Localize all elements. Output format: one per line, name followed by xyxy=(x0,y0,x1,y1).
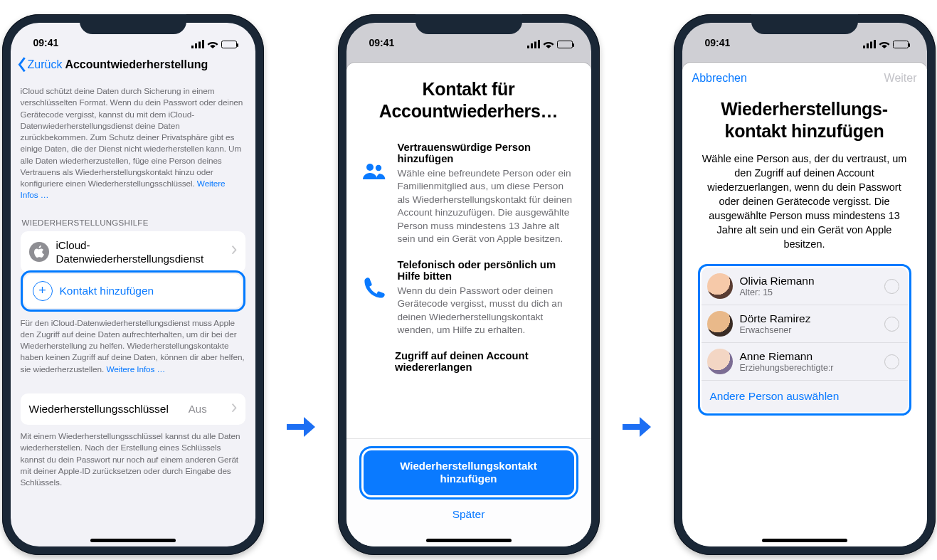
avatar xyxy=(707,349,733,374)
home-indicator[interactable] xyxy=(426,539,512,542)
feature-trusted-person: Vertrauenswürdige Person hinzufügen Wähl… xyxy=(362,142,576,246)
svg-rect-13 xyxy=(874,40,876,48)
signal-icon xyxy=(863,40,876,48)
plus-icon: + xyxy=(33,281,53,301)
back-label: Zurück xyxy=(28,58,63,71)
later-button[interactable]: Später xyxy=(359,508,578,521)
avatar xyxy=(707,273,733,299)
phone-3: 09:41 Abbrechen Weiter Wiederherstellung… xyxy=(674,14,936,555)
highlight-ring: Wiederherstellungskontakt hinzufügen xyxy=(359,446,578,500)
contact-row[interactable]: Olivia Riemann Alter: 15 xyxy=(702,268,908,305)
screen-3: 09:41 Abbrechen Weiter Wiederherstellung… xyxy=(682,23,927,546)
arrow-icon xyxy=(285,411,317,443)
feature-regain-access: Zugriff auf deinen Account wiedererlange… xyxy=(362,350,576,376)
contact-list: Olivia Riemann Alter: 15 Dörte Ramirez E… xyxy=(702,268,908,412)
contact-sub: Alter: 15 xyxy=(740,287,815,297)
choose-other-row[interactable]: Andere Person auswählen xyxy=(702,380,908,412)
svg-rect-3 xyxy=(202,40,204,48)
modal-footer: Wiederherstellungskontakt hinzufügen Spä… xyxy=(346,438,591,547)
battery-icon xyxy=(557,41,573,48)
desc-3: Mit einem Wiederherstellungsschlüssel ka… xyxy=(21,430,245,488)
learn-more-link-2[interactable]: Weitere Infos … xyxy=(106,364,165,374)
status-icons xyxy=(863,40,909,48)
battery-icon xyxy=(893,41,909,48)
notch xyxy=(751,14,858,34)
svg-rect-2 xyxy=(198,42,201,49)
feature-title: Vertrauenswürdige Person hinzufügen xyxy=(398,142,576,164)
status-icons xyxy=(527,40,573,48)
screen-2: 09:41 Kontakt für Accountwiederhers… xyxy=(346,23,591,546)
notch xyxy=(415,14,522,34)
content: iCloud schützt deine Daten durch Sicheru… xyxy=(11,81,255,488)
modal-title: Wiederherstellungs- kontakt hinzufügen xyxy=(698,98,911,142)
contact-row[interactable]: Dörte Ramirez Erwachsener xyxy=(702,305,908,342)
signal-icon xyxy=(527,40,540,48)
home-indicator[interactable] xyxy=(762,539,847,542)
radio-unselected[interactable] xyxy=(884,354,899,369)
svg-rect-6 xyxy=(534,42,536,49)
contact-row[interactable]: Anne Riemann Erziehungsberechtigte:r xyxy=(702,342,908,380)
intro-text: iCloud schützt deine Daten durch Sicheru… xyxy=(21,85,245,201)
svg-rect-5 xyxy=(531,43,533,48)
nav-title: Accountwiederherstellung xyxy=(65,58,208,71)
svg-rect-1 xyxy=(195,43,197,48)
status-icons xyxy=(191,40,237,48)
modal-sheet: Abbrechen Weiter Wiederherstellungs- kon… xyxy=(682,63,927,546)
contact-sub: Erwachsener xyxy=(740,325,811,335)
radio-unselected[interactable] xyxy=(884,279,899,294)
add-contact-label: Kontakt hinzufügen xyxy=(60,285,154,297)
chevron-left-icon xyxy=(18,57,26,73)
add-recovery-contact-button[interactable]: Wiederherstellungskontakt hinzufügen xyxy=(364,450,574,496)
screen-1: 09:41 Zurück Accountwiederherstellung iC… xyxy=(11,23,255,546)
nav-bar: Zurück Accountwiederherstellung xyxy=(11,48,255,81)
modal-sheet: Kontakt für Accountwiederhers… Vertrauen… xyxy=(346,63,591,546)
desc-2: Für den iCloud-Datenwiederherstellungsdi… xyxy=(21,317,245,375)
add-contact-cell[interactable]: + Kontakt hinzufügen xyxy=(24,274,242,308)
feature-title: Zugriff auf deinen Account wiedererlange… xyxy=(395,350,576,373)
phone-2: 09:41 Kontakt für Accountwiederhers… xyxy=(338,14,600,555)
svg-rect-11 xyxy=(867,43,869,48)
signal-icon xyxy=(191,40,204,48)
feature-body: Wenn du dein Passwort oder deinen Geräte… xyxy=(398,285,576,337)
recovery-key-value: Aus xyxy=(189,403,207,415)
group-header: WIEDERHERSTELLUNGSHILFE xyxy=(22,218,245,227)
cancel-button[interactable]: Abbrechen xyxy=(692,72,747,85)
next-button[interactable]: Weiter xyxy=(884,72,917,85)
people-icon xyxy=(362,142,386,246)
notch xyxy=(80,14,186,34)
recovery-key-label: Wiederherstellungsschlüssel xyxy=(29,403,169,416)
key-icon xyxy=(362,350,383,376)
modal-title: Kontakt für Accountwiederhers… xyxy=(362,78,576,122)
avatar xyxy=(707,311,733,337)
recovery-help-group: iCloud-Datenwiederherstellungsdienst xyxy=(21,231,245,273)
svg-rect-12 xyxy=(870,42,872,49)
contact-name: Dörte Ramirez xyxy=(740,312,811,325)
phone-1: 09:41 Zurück Accountwiederherstellung iC… xyxy=(2,14,264,555)
contact-name: Anne Riemann xyxy=(740,350,834,363)
recovery-key-group: Wiederherstellungsschlüssel Aus xyxy=(21,393,245,425)
status-time: 09:41 xyxy=(705,37,731,48)
wifi-icon xyxy=(543,40,554,48)
modal-nav: Abbrechen Weiter xyxy=(682,63,927,94)
feature-phone-help: Telefonisch oder persönlich um Hilfe bit… xyxy=(362,259,576,337)
back-button[interactable]: Zurück xyxy=(18,57,63,73)
svg-point-8 xyxy=(366,164,374,171)
phone-icon xyxy=(362,259,386,337)
svg-rect-4 xyxy=(527,46,529,48)
chevron-right-icon xyxy=(231,403,237,416)
status-time: 09:41 xyxy=(369,37,395,48)
icloud-recovery-cell[interactable]: iCloud-Datenwiederherstellungsdienst xyxy=(21,231,245,273)
highlight-ring: + Kontakt hinzufügen xyxy=(21,270,245,312)
home-indicator[interactable] xyxy=(90,539,176,542)
recovery-key-cell[interactable]: Wiederherstellungsschlüssel Aus xyxy=(21,393,245,425)
radio-unselected[interactable] xyxy=(884,317,899,332)
svg-point-9 xyxy=(375,165,381,171)
apple-icon xyxy=(29,242,49,262)
modal-content: Kontakt für Accountwiederhers… Vertrauen… xyxy=(346,63,591,438)
wifi-icon xyxy=(879,40,890,48)
feature-body: Wähle eine befreundete Person oder ein F… xyxy=(398,167,576,246)
status-time: 09:41 xyxy=(33,37,59,48)
wifi-icon xyxy=(207,40,218,48)
svg-rect-10 xyxy=(863,46,865,48)
battery-icon xyxy=(221,41,237,48)
